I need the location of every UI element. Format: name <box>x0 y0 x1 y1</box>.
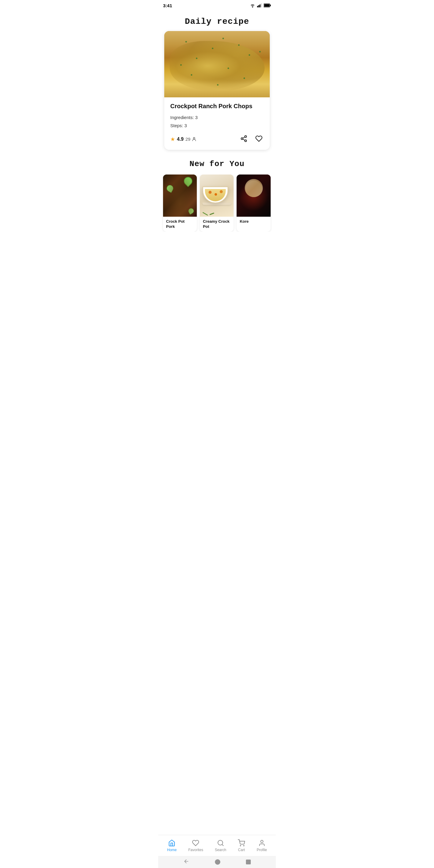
new-for-you-grid: Crock Pot Pork <box>158 175 276 232</box>
carrot-dot-3 <box>215 193 217 195</box>
new-for-you-title: New for You <box>158 157 276 175</box>
main-content: Daily recipe <box>158 11 276 268</box>
svg-rect-3 <box>261 4 261 7</box>
svg-rect-1 <box>258 5 259 7</box>
crock-pot-pork-label: Crock Pot Pork <box>163 217 197 232</box>
steps-label: Steps: 3 <box>170 123 187 128</box>
favorite-button[interactable] <box>254 134 264 144</box>
daily-recipe-card[interactable]: Crockpot Ranch Pork Chops Ingredients: 3… <box>164 31 270 150</box>
svg-line-12 <box>243 137 245 138</box>
carrot-dot-2 <box>220 190 223 193</box>
svg-rect-6 <box>264 4 270 7</box>
korean-food-image <box>237 175 270 217</box>
status-time: 3:41 <box>163 3 172 8</box>
star-icon: ★ <box>170 136 175 143</box>
herb-dot <box>227 67 229 69</box>
herb-dot <box>238 44 240 46</box>
herb-dot <box>196 58 197 59</box>
carrot-dot-1 <box>209 191 212 194</box>
ingredients-label: Ingredients: 3 <box>170 115 198 120</box>
herb-dot <box>191 74 192 76</box>
crock-soup-image <box>200 175 234 217</box>
svg-rect-0 <box>257 6 258 7</box>
rating-count: 29 <box>185 136 196 142</box>
rating-value: 4.9 <box>177 136 184 142</box>
herb-dot <box>212 48 213 49</box>
battery-icon <box>264 3 271 7</box>
korean-bowl-inner <box>245 181 262 197</box>
pork-chop-visual <box>164 31 270 97</box>
soup-bowl <box>203 187 228 203</box>
recipe-card-crock-pot-pork[interactable]: Crock Pot Pork <box>163 175 197 232</box>
herb-dot <box>185 41 187 42</box>
recipe-meta: Ingredients: 3 Steps: 3 <box>170 113 264 130</box>
pulled-pork-image <box>163 175 197 217</box>
recipe-rating: ★ 4.9 29 <box>170 136 196 143</box>
svg-rect-2 <box>259 4 260 7</box>
svg-rect-5 <box>270 4 271 6</box>
herb-sprigs <box>202 213 231 214</box>
daily-recipe-info: Crockpot Ranch Pork Chops Ingredients: 3… <box>164 97 270 150</box>
signal-icon <box>257 3 262 7</box>
daily-recipe-image <box>164 31 270 97</box>
recipe-actions <box>239 134 264 144</box>
herb-dot <box>222 38 224 39</box>
recipe-card-creamy-crock-pot[interactable]: Creamy Crock Pot <box>200 175 234 232</box>
svg-point-7 <box>193 137 195 139</box>
herb-dot <box>244 78 245 79</box>
herb-dot <box>217 84 218 86</box>
heart-icon <box>255 135 262 142</box>
soup-bowl-container <box>203 187 231 205</box>
pulled-pork-overlay <box>163 175 197 217</box>
creamy-crock-pot-label: Creamy Crock Pot <box>200 217 234 232</box>
status-icons <box>250 3 271 7</box>
svg-line-11 <box>243 139 245 141</box>
share-icon <box>240 135 247 142</box>
wifi-icon <box>250 3 255 7</box>
page-title: Daily recipe <box>158 11 276 31</box>
herb-dot <box>249 54 250 56</box>
status-bar: 3:41 <box>158 0 276 11</box>
soup-contents <box>205 189 226 201</box>
herb-dot <box>180 64 182 66</box>
recipe-footer: ★ 4.9 29 <box>170 134 264 144</box>
share-button[interactable] <box>239 134 249 144</box>
person-icon <box>192 137 196 142</box>
recipe-card-korean[interactable]: Kore <box>237 175 270 232</box>
recipe-title: Crockpot Ranch Pork Chops <box>170 103 264 110</box>
herb-dot <box>259 51 261 53</box>
korean-label: Kore <box>237 217 270 227</box>
herb-dots <box>164 31 270 97</box>
